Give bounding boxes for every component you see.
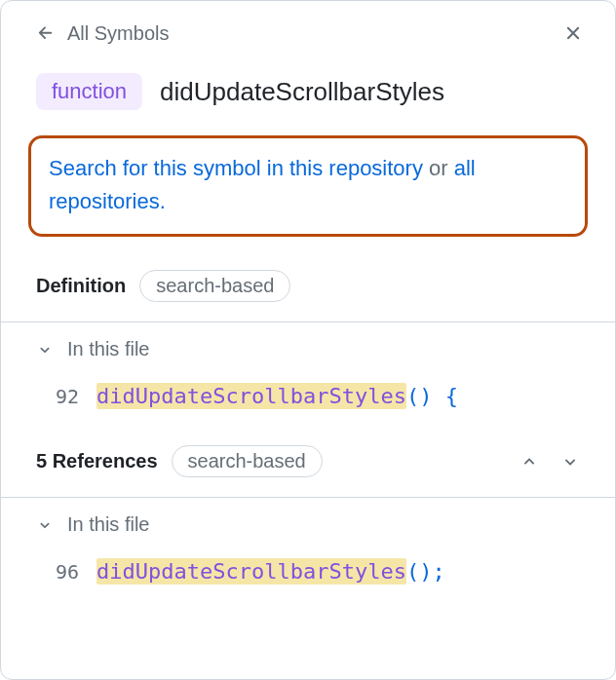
reference-code-row[interactable]: 96 didUpdateScrollbarStyles(); xyxy=(1,546,615,605)
code-content: didUpdateScrollbarStyles(); xyxy=(96,559,445,584)
close-button[interactable] xyxy=(558,19,588,48)
code-content: didUpdateScrollbarStyles() { xyxy=(96,384,458,408)
symbol-kind-badge: function xyxy=(36,73,142,110)
arrow-left-icon xyxy=(36,23,56,43)
close-icon xyxy=(562,22,584,44)
prev-reference-button[interactable] xyxy=(520,452,539,472)
definition-code-row[interactable]: 92 didUpdateScrollbarStyles() { xyxy=(1,370,615,430)
back-to-all-symbols[interactable]: All Symbols xyxy=(36,22,169,45)
or-text: or xyxy=(423,156,454,180)
references-section-header: 5 References search-based xyxy=(1,430,615,497)
references-pill: search-based xyxy=(172,445,323,477)
definition-section-header: Definition search-based xyxy=(1,254,615,321)
line-number: 96 xyxy=(48,560,79,584)
next-reference-button[interactable] xyxy=(560,452,580,472)
search-this-repo-link[interactable]: Search for this symbol in this repositor… xyxy=(49,156,423,180)
definition-file-toggle[interactable]: In this file xyxy=(1,322,615,370)
search-suggestion-box: Search for this symbol in this repositor… xyxy=(28,135,588,237)
chevron-down-icon xyxy=(36,341,54,359)
line-number: 92 xyxy=(48,385,79,408)
definition-file-label: In this file xyxy=(67,338,149,360)
chevron-down-icon xyxy=(36,516,54,534)
symbol-name: didUpdateScrollbarStyles xyxy=(160,77,444,107)
definition-title: Definition xyxy=(36,275,126,297)
references-file-label: In this file xyxy=(67,513,149,536)
references-file-toggle[interactable]: In this file xyxy=(1,498,615,546)
definition-pill: search-based xyxy=(139,270,290,302)
references-title: 5 References xyxy=(36,450,158,472)
back-label: All Symbols xyxy=(67,22,169,45)
